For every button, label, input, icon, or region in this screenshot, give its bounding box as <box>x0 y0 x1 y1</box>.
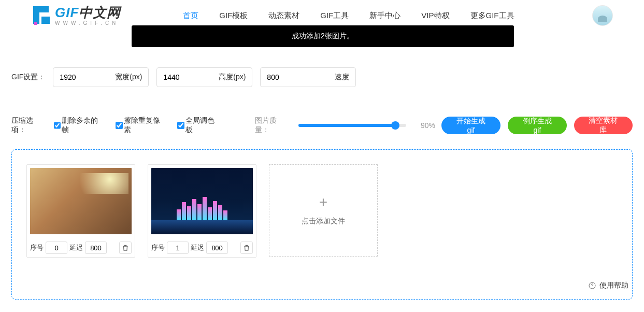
compress-label: 压缩选项： <box>11 116 48 135</box>
nav-more-tools[interactable]: 更多GIF工具 <box>470 11 514 21</box>
nav-newbie[interactable]: 新手中心 <box>369 11 400 21</box>
asset-thumbnail <box>151 168 253 234</box>
nav-dynamic-assets[interactable]: 动态素材 <box>268 11 299 21</box>
speed-input[interactable] <box>267 73 298 81</box>
nav-gif-tools[interactable]: GIF工具 <box>320 11 349 21</box>
toast-message: 成功添加2张图片。 <box>132 25 514 47</box>
asset-canvas: 序号 延迟 序号 延迟 <box>11 149 633 300</box>
main-nav: 首页 GIF模板 动态素材 GIF工具 新手中心 VIP特权 更多GIF工具 <box>183 11 514 21</box>
height-input[interactable] <box>163 73 194 81</box>
delay-label: 延迟 <box>191 243 204 252</box>
order-label: 序号 <box>30 243 44 252</box>
speed-suffix: 速度 <box>335 73 349 82</box>
nav-vip[interactable]: VIP特权 <box>421 11 449 21</box>
trash-icon <box>243 244 250 251</box>
speed-input-group: 速度 <box>260 67 356 87</box>
plus-icon: + <box>319 195 327 209</box>
height-suffix: 高度(px) <box>219 73 246 82</box>
nav-home[interactable]: 首页 <box>183 11 198 21</box>
cb-erase-dup-pixels-label: 擦除重复像素 <box>124 116 167 135</box>
avatar[interactable] <box>592 5 613 26</box>
add-file-label: 点击添加文件 <box>302 217 345 226</box>
delay-label: 延迟 <box>69 243 83 252</box>
width-input[interactable] <box>60 73 91 81</box>
logo-subtitle: WWW.GIF.CN <box>55 20 121 26</box>
delete-button[interactable] <box>240 242 253 254</box>
nav-gif-template[interactable]: GIF模板 <box>219 11 248 21</box>
order-label: 序号 <box>151 243 165 252</box>
cb-remove-extra-frames-label: 删除多余的帧 <box>62 116 105 135</box>
svg-rect-2 <box>41 17 50 24</box>
logo-mark-icon <box>31 5 54 26</box>
delay-input[interactable] <box>206 242 228 254</box>
cb-erase-dup-pixels[interactable] <box>116 122 123 129</box>
order-input[interactable] <box>167 242 189 254</box>
logo[interactable]: GIF中文网 WWW.GIF.CN <box>31 5 121 26</box>
delay-input[interactable] <box>85 242 107 254</box>
help-label: 使用帮助 <box>599 281 628 290</box>
asset-thumbnail <box>30 168 132 234</box>
cb-global-palette-label: 全局调色板 <box>185 116 221 135</box>
height-input-group: 高度(px) <box>156 67 252 87</box>
quality-control: 图片质量： 90% <box>255 116 435 135</box>
quality-slider[interactable] <box>298 124 406 127</box>
delete-button[interactable] <box>119 242 132 254</box>
width-input-group: 宽度(px) <box>53 67 149 87</box>
clear-library-button[interactable]: 清空素材库 <box>574 117 633 134</box>
svg-rect-1 <box>33 6 39 24</box>
compress-options-row: 压缩选项： 删除多余的帧 擦除重复像素 全局调色板 图片质量： 90% 开始生成… <box>0 116 644 135</box>
reverse-generate-button[interactable]: 倒序生成gif <box>508 117 567 134</box>
quality-label: 图片质量： <box>255 116 291 135</box>
svg-rect-3 <box>34 22 37 25</box>
generate-gif-button[interactable]: 开始生成gif <box>441 117 500 134</box>
question-circle-icon <box>588 281 596 290</box>
add-file-card[interactable]: + 点击添加文件 <box>269 164 378 257</box>
gif-settings-row: GIF设置： 宽度(px) 高度(px) 速度 <box>0 67 644 87</box>
quality-value: 90% <box>421 121 435 130</box>
trash-icon <box>122 244 129 251</box>
width-suffix: 宽度(px) <box>115 73 142 82</box>
order-input[interactable] <box>46 242 67 254</box>
asset-card[interactable]: 序号 延迟 <box>26 164 135 258</box>
cb-remove-extra-frames[interactable] <box>54 122 61 129</box>
logo-text: GIF中文网 <box>55 6 121 19</box>
help-link[interactable]: 使用帮助 <box>588 281 628 290</box>
cb-global-palette[interactable] <box>177 122 184 129</box>
gif-settings-label: GIF设置： <box>11 73 45 82</box>
asset-card[interactable]: 序号 延迟 <box>148 164 256 258</box>
